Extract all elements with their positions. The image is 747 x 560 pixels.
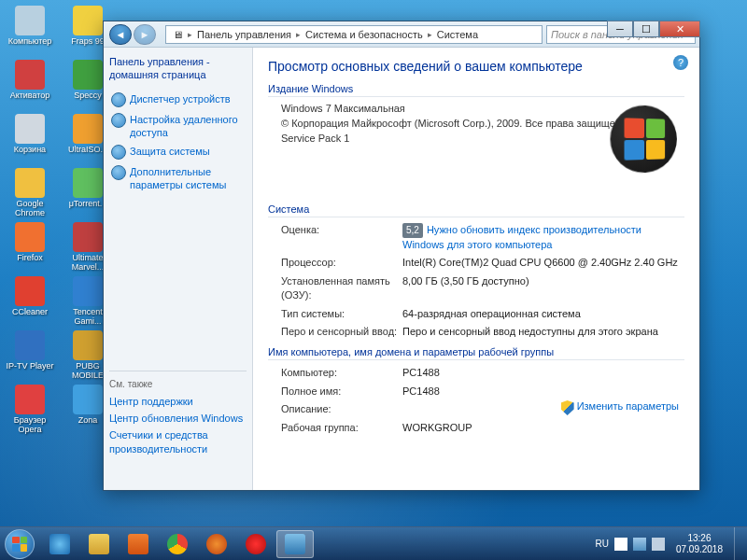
change-settings-link[interactable]: Изменить параметры — [561, 400, 679, 415]
pen-label: Перо и сенсорный ввод: — [281, 325, 402, 339]
icon-label: Активатор — [10, 91, 50, 101]
desktop-icons: КомпьютерFraps 99АктиваторSpeccyКорзинаU… — [4, 4, 118, 435]
pen-value: Перо и сенсорный ввод недоступны для это… — [402, 325, 684, 339]
type-label: Тип системы: — [281, 307, 402, 321]
tray-flag-icon[interactable] — [614, 538, 627, 551]
nav-back-button[interactable]: ◄ — [109, 24, 132, 45]
app-icon — [15, 330, 45, 360]
icon-label: Speccy — [74, 91, 102, 101]
sidebar-item[interactable]: Настройка удаленного доступа — [109, 110, 247, 143]
rating-badge: 5,2 — [402, 223, 423, 238]
sidebar-item[interactable]: Дополнительные параметры системы — [109, 162, 247, 195]
maximize-button[interactable]: ☐ — [633, 21, 659, 37]
sidebar: Панель управления - домашняя страница Ди… — [104, 48, 253, 490]
breadcrumb-segment[interactable]: Система и безопасность — [303, 29, 426, 40]
sidebar-link[interactable]: Счетчики и средства производительности — [109, 427, 247, 457]
app-icon — [15, 6, 45, 35]
app-icon — [73, 330, 103, 360]
window-controls: ─ ☐ ✕ — [607, 21, 700, 37]
main-content: ? Просмотр основных сведений о вашем ком… — [253, 48, 699, 490]
tray-network-icon[interactable] — [633, 538, 646, 551]
desktop-icon[interactable]: Корзина — [4, 112, 56, 164]
full-value: PC1488 — [402, 385, 684, 399]
taskbar-control-panel[interactable] — [276, 530, 314, 558]
sidebar-home-link[interactable]: Панель управления - домашняя страница — [109, 55, 247, 82]
start-orb-icon — [5, 529, 35, 559]
help-icon[interactable]: ? — [673, 55, 688, 70]
comp-label: Компьютер: — [281, 366, 402, 380]
app-icon — [15, 114, 45, 144]
sidebar-link[interactable]: Центр обновления Windows — [109, 410, 247, 427]
app-icon — [15, 60, 45, 90]
divider — [109, 371, 247, 371]
comp-value: PC1488 — [402, 366, 684, 380]
wg-label: Рабочая группа: — [281, 421, 402, 435]
shield-icon — [111, 92, 126, 107]
sidebar-item[interactable]: Диспетчер устройств — [109, 90, 247, 110]
desktop-icon[interactable]: Браузер Opera — [4, 383, 56, 435]
icon-label: IP-TV Player — [6, 362, 53, 371]
tray-volume-icon[interactable] — [652, 538, 665, 551]
icon-label: Компьютер — [8, 37, 52, 47]
edition-header: Издание Windows — [268, 83, 684, 97]
start-button[interactable] — [0, 527, 39, 561]
app-icon — [15, 276, 45, 306]
breadcrumb-segment[interactable]: Система — [434, 29, 481, 40]
taskbar-opera[interactable] — [237, 530, 275, 558]
app-icon — [73, 385, 103, 414]
desc-label: Описание: — [281, 402, 402, 416]
app-icon — [15, 168, 45, 198]
system-window: ─ ☐ ✕ ◄ ► 🖥▸Панель управления▸Система и … — [103, 21, 700, 491]
lang-indicator[interactable]: RU — [595, 539, 608, 549]
sidebar-link[interactable]: Центр поддержки — [109, 393, 247, 410]
shield-icon — [561, 400, 574, 415]
see-also-header: См. также — [109, 379, 247, 389]
app-icon — [73, 114, 103, 144]
taskbar-firefox[interactable] — [198, 530, 235, 558]
shield-icon — [111, 145, 126, 160]
breadcrumb[interactable]: 🖥▸Панель управления▸Система и безопаснос… — [165, 25, 543, 44]
breadcrumb-segment[interactable]: Панель управления — [194, 29, 294, 40]
app-icon — [15, 222, 45, 252]
taskbar-items — [39, 530, 316, 558]
taskbar-media[interactable] — [120, 530, 157, 558]
show-desktop-button[interactable] — [734, 527, 743, 561]
date: 07.09.2018 — [676, 544, 723, 555]
close-button[interactable]: ✕ — [659, 21, 700, 37]
taskbar-ie[interactable] — [41, 530, 78, 558]
ram-value: 8,00 ГБ (3,50 ГБ доступно) — [402, 274, 684, 303]
icon-label: Fraps 99 — [71, 37, 105, 47]
app-icon — [73, 276, 103, 306]
cpu-label: Процессор: — [281, 256, 402, 270]
desktop-icon[interactable]: CCleaner — [4, 274, 56, 327]
taskbar: RU 13:26 07.09.2018 — [0, 526, 747, 560]
system-header: Система — [268, 203, 684, 217]
icon-label: Zona — [78, 416, 98, 426]
desktop-icon[interactable]: Firefox — [4, 220, 56, 273]
icon-label: CCleaner — [12, 308, 48, 317]
desktop-icon[interactable]: IP-TV Player — [4, 329, 56, 381]
page-title: Просмотр основных сведений о вашем компь… — [268, 59, 684, 74]
desktop-icon[interactable]: Активатор — [4, 58, 56, 110]
nav-forward-button[interactable]: ► — [134, 24, 156, 45]
icon-label: Браузер Opera — [4, 416, 56, 435]
icon-label: Корзина — [14, 146, 46, 155]
desktop-icon[interactable]: Google Chrome — [4, 166, 56, 218]
sidebar-item[interactable]: Защита системы — [109, 142, 247, 162]
rating-label: Оценка: — [281, 223, 402, 252]
cpu-value: Intel(R) Core(TM)2 Quad CPU Q6600 @ 2.40… — [402, 256, 684, 270]
icon-label: UltraISO... — [68, 146, 107, 155]
minimize-button[interactable]: ─ — [607, 21, 633, 37]
taskbar-chrome[interactable] — [159, 530, 196, 558]
taskbar-explorer[interactable] — [80, 530, 118, 558]
system-tray: RU 13:26 07.09.2018 — [591, 527, 747, 561]
app-icon — [73, 168, 103, 198]
rating-link[interactable]: Нужно обновить индекс производительности… — [402, 224, 641, 250]
clock[interactable]: 13:26 07.09.2018 — [670, 533, 728, 555]
icon-label: Firefox — [17, 254, 43, 263]
name-header: Имя компьютера, имя домена и параметры р… — [268, 346, 684, 360]
app-icon — [73, 222, 103, 252]
full-label: Полное имя: — [281, 385, 402, 399]
type-value: 64-разрядная операционная система — [402, 307, 684, 321]
desktop-icon[interactable]: Компьютер — [4, 4, 56, 56]
